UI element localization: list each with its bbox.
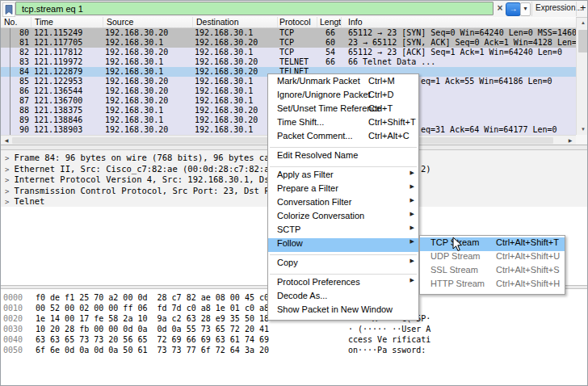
scroll-up-icon[interactable]: ▲	[577, 18, 588, 28]
menu-item-decode-as[interactable]: Decode As...	[268, 291, 418, 304]
hex-row[interactable]: 003010 20 28 fb 00 00 0d 0a 0d 0a 55 73 …	[1, 325, 269, 335]
menu-item-conversation-filter[interactable]: Conversation Filter	[268, 197, 418, 211]
detail-hidden-fragment: 2)	[421, 164, 431, 174]
shortcut-label: Ctrl+Alt+Shift+H	[496, 279, 560, 288]
shortcut-label: Ctrl+M	[368, 76, 395, 86]
packet-context-menu: Mark/Unmark PacketCtrl+M Ignore/Unignore…	[267, 73, 419, 321]
shortcut-label: Ctrl+Alt+Shift+U	[496, 251, 560, 261]
clear-filter-icon[interactable]: ×	[495, 2, 505, 15]
menu-item-protocol-preferences[interactable]: Protocol Preferences	[268, 277, 418, 291]
filter-bookmark-button[interactable]	[2, 2, 15, 17]
toolbar-divider	[531, 2, 532, 16]
submenu-item-http-stream: HTTP StreamCtrl+Alt+Shift+H	[420, 279, 565, 292]
detail-ip-line[interactable]: Internet Protocol Version 4, Src: 192.16…	[5, 174, 290, 186]
shortcut-label: Ctrl+Shift+T	[368, 117, 416, 127]
detail-telnet-line[interactable]: Telnet	[5, 196, 44, 208]
scroll-down-icon[interactable]: ▼	[577, 124, 588, 135]
filter-toolbar: × → ▾ Expression... +	[1, 1, 588, 18]
related-packets-line	[10, 28, 10, 135]
column-header-length[interactable]: Length	[317, 17, 342, 27]
vertical-scrollbar[interactable]: ▲ ▼	[576, 18, 588, 135]
apply-filter-button[interactable]: →	[506, 2, 521, 16]
submenu-item-tcp-stream[interactable]: TCP StreamCtrl+Alt+Shift+T	[420, 237, 565, 251]
shortcut-label: Ctrl+Alt+Shift+T	[496, 237, 559, 247]
menu-separator	[270, 166, 417, 167]
hex-row[interactable]: 004063 63 65 73 73 20 56 65 72 69 66 69 …	[1, 335, 269, 346]
toolbar-divider	[576, 2, 577, 16]
shortcut-label: Ctrl+Alt+C	[368, 131, 410, 141]
detail-frame-line[interactable]: Frame 84: 96 bytes on wire (768 bits), 9…	[5, 153, 290, 164]
menu-item-copy[interactable]: Copy	[268, 258, 418, 271]
table-row[interactable]: 82121.117812192.168.30.20192.168.30.1TCP…	[1, 48, 576, 57]
hex-row[interactable]: 0000f0 de f1 25 70 a2 00 0d 28 c7 82 ae …	[1, 293, 269, 304]
info-fragment: eq=1 Ack=55 Win=64186 Len=0	[421, 77, 552, 86]
shortcut-label: Ctrl+D	[368, 90, 393, 99]
menu-item-sctp[interactable]: SCTP	[268, 224, 418, 238]
menu-item-time-shift[interactable]: Time Shift...Ctrl+Shift+T	[268, 117, 418, 131]
follow-submenu: TCP StreamCtrl+Alt+Shift+T UDP StreamCtr…	[419, 235, 565, 295]
bookmark-icon	[5, 5, 13, 15]
table-row[interactable]: 83121.119972192.168.30.1192.168.30.20TEL…	[1, 57, 576, 67]
hex-row[interactable]: 001000 52 00 02 00 00 ff 06 fd 7d c0 a8 …	[1, 304, 269, 314]
hex-row[interactable]: 00201e 14 00 17 fe 58 2a 10 9a c2 63 28 …	[1, 314, 269, 325]
scrollbar-corner	[576, 135, 588, 145]
menu-item-ignore-unignore-packet[interactable]: Ignore/Unignore PacketCtrl+D	[268, 90, 418, 103]
menu-separator	[270, 147, 417, 148]
table-row[interactable]: 80121.115249192.168.30.20192.168.30.1TCP…	[1, 28, 576, 38]
submenu-item-ssl-stream: SSL StreamCtrl+Alt+Shift+S	[420, 265, 565, 279]
menu-item-follow[interactable]: Follow	[268, 238, 418, 252]
column-header-destination[interactable]: Destination	[193, 17, 278, 27]
menu-item-edit-resolved-name[interactable]: Edit Resolved Name	[268, 150, 418, 164]
column-header-source[interactable]: Source	[103, 17, 193, 27]
display-filter-input[interactable]	[15, 2, 494, 15]
column-header-no[interactable]: No.	[1, 17, 32, 27]
menu-item-set-unset-time-reference[interactable]: Set/Unset Time ReferenceCtrl+T	[268, 103, 418, 117]
packet-list-header: No. Time Source Destination Protocol Len…	[1, 17, 576, 28]
menu-item-packet-comment[interactable]: Packet Comment...Ctrl+Alt+C	[268, 131, 418, 145]
menu-item-colorize-conversation[interactable]: Colorize Conversation	[268, 211, 418, 224]
mouse-cursor-icon	[452, 237, 463, 255]
shortcut-label: Ctrl+Alt+Shift+S	[496, 265, 560, 275]
submenu-item-udp-stream: UDP StreamCtrl+Alt+Shift+U	[420, 251, 565, 265]
shortcut-label: Ctrl+T	[368, 103, 393, 113]
add-filter-button[interactable]: +	[580, 2, 586, 14]
detail-ethernet-line[interactable]: Ethernet II, Src: Cisco_c7:82:ae (00:0d:…	[5, 164, 284, 175]
column-header-protocol[interactable]: Protocol	[278, 17, 317, 27]
table-row[interactable]: 81121.117705192.168.30.1192.168.30.20TCP…	[1, 38, 576, 48]
info-fragment: eq=31 Ack=64 Win=64177 Len=0	[421, 125, 557, 135]
menu-separator	[270, 254, 417, 255]
vertical-scroll-thumb[interactable]	[578, 30, 588, 52]
menu-item-mark-unmark-packet[interactable]: Mark/Unmark PacketCtrl+M	[268, 76, 418, 90]
wireshark-window: × → ▾ Expression... + No. Time Source De…	[0, 0, 588, 386]
menu-item-prepare-a-filter[interactable]: Prepare a Filter	[268, 183, 418, 197]
detail-tcp-line[interactable]: Transmission Control Protocol, Src Port:…	[5, 186, 290, 197]
menu-separator	[270, 274, 417, 275]
hex-row[interactable]: 00506f 6e 0d 0a 0d 0a 50 61 73 73 77 6f …	[1, 346, 269, 356]
menu-item-apply-as-filter[interactable]: Apply as Filter	[268, 170, 418, 183]
menu-item-show-packet-in-new-window[interactable]: Show Packet in New Window	[268, 304, 418, 318]
filter-dropdown-caret[interactable]: ▾	[520, 2, 531, 16]
column-header-time[interactable]: Time	[32, 17, 103, 27]
column-header-info[interactable]: Info	[342, 17, 576, 27]
